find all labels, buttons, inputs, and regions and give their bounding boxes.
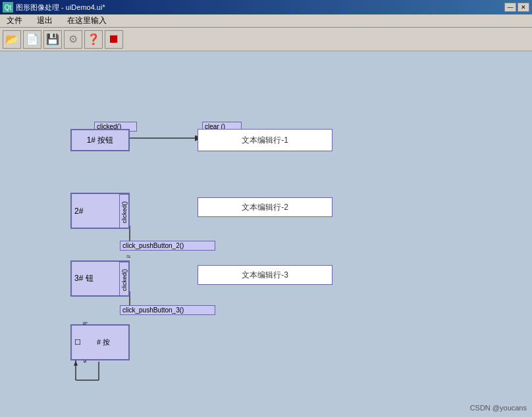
- connection-lines: [0, 51, 532, 417]
- svg-marker-8: [74, 360, 78, 366]
- save-button[interactable]: 💾: [43, 30, 62, 49]
- toolbar: 📂 📄 💾 ⚙ ❓ ⏹: [0, 28, 532, 51]
- sender-btn-2[interactable]: 2# clicked(): [70, 193, 130, 229]
- sender-btn-3[interactable]: 3# 钮 clicked(): [70, 260, 130, 297]
- settings-button[interactable]: ⚙: [64, 30, 82, 49]
- new-button[interactable]: 📄: [23, 30, 41, 49]
- receiver-textedit-3[interactable]: 文本编辑行-3: [198, 265, 332, 285]
- slot-click3: click_pushButton_3(): [120, 305, 215, 315]
- app-icon: Qt: [3, 2, 13, 12]
- signal-clicked-3-vertical: clicked(): [119, 262, 130, 297]
- menu-bar: 文件 退出 在这里输入: [0, 14, 532, 28]
- tilde-separator: ≈: [126, 252, 131, 261]
- canvas-area: clicked() clear () 1# 按钮 文本编辑行-1 2# clic…: [0, 51, 532, 417]
- help-button[interactable]: ❓: [84, 30, 103, 49]
- receiver-textedit-1[interactable]: 文本编辑行-1: [198, 129, 332, 151]
- slot-click2: click_pushButton_2(): [120, 241, 215, 251]
- window-controls: — ✕: [504, 3, 529, 12]
- window-title: 图形图像处理 - uiDemo4.ui*: [16, 3, 502, 12]
- sender-btn-1[interactable]: 1# 按钮: [70, 129, 130, 151]
- signal-clicked-2-vertical: clicked(): [119, 194, 130, 229]
- checkbox-widget[interactable]: ☐ # 按: [70, 324, 130, 360]
- minimize-button[interactable]: —: [504, 3, 516, 12]
- watermark: CSDN @youcans: [470, 404, 527, 412]
- open-button[interactable]: 📂: [3, 30, 21, 49]
- menu-exit[interactable]: 退出: [33, 14, 57, 28]
- menu-file[interactable]: 文件: [3, 14, 26, 28]
- title-bar: Qt 图形图像处理 - uiDemo4.ui* — ✕: [0, 0, 532, 14]
- close-button[interactable]: ✕: [518, 3, 529, 12]
- receiver-textedit-2[interactable]: 文本编辑行-2: [198, 197, 332, 217]
- stop-button[interactable]: ⏹: [105, 30, 123, 49]
- menu-input[interactable]: 在这里输入: [63, 14, 111, 28]
